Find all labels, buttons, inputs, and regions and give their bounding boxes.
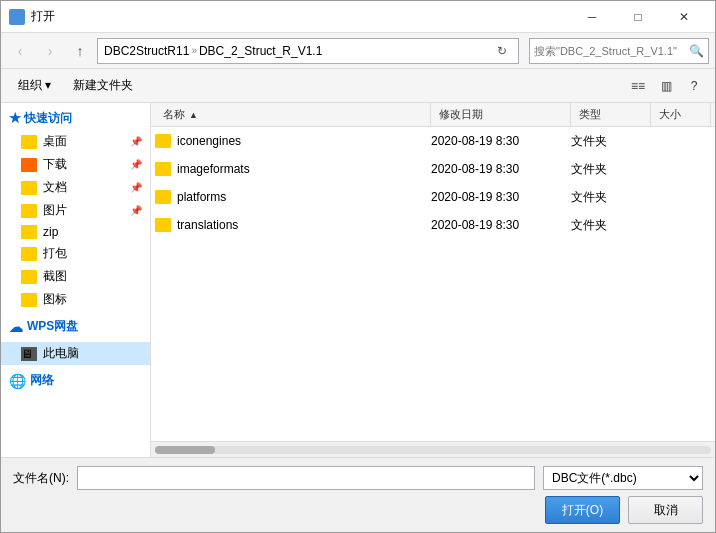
window-icon (9, 9, 25, 25)
folder-icon (21, 225, 37, 239)
network-label: 网络 (30, 372, 54, 389)
footer-filename-row: 文件名(N): DBC文件(*.dbc) (13, 466, 703, 490)
open-button[interactable]: 打开(O) (545, 496, 620, 524)
table-row[interactable]: imageformats 2020-08-19 8:30 文件夹 (151, 155, 715, 183)
folder-icon (155, 190, 171, 204)
sidebar-item-label: 桌面 (43, 133, 67, 150)
quick-access-header[interactable]: ★ 快速访问 (1, 107, 150, 130)
col-header-type[interactable]: 类型 (571, 103, 651, 126)
help-button[interactable]: ? (681, 73, 707, 99)
sidebar-item-pack[interactable]: 打包 (1, 242, 150, 265)
sidebar-item-icon[interactable]: 图标 (1, 288, 150, 311)
wps-section: ☁ WPS网盘 (1, 315, 150, 338)
folder-icon (155, 162, 171, 176)
scrollbar-track (155, 446, 711, 454)
sidebar-item-label: 文档 (43, 179, 67, 196)
back-button[interactable]: ‹ (7, 39, 33, 63)
search-bar: 🔍 (529, 38, 709, 64)
filename-input[interactable] (77, 466, 535, 490)
sidebar-item-computer[interactable]: 🖥 此电脑 (1, 342, 150, 365)
folder-icon (21, 158, 37, 172)
footer-buttons: 打开(O) 取消 (13, 496, 703, 524)
pin-icon: 📌 (130, 205, 142, 216)
file-type-cell: 文件夹 (571, 133, 651, 150)
title-bar: 打开 ─ □ ✕ (1, 1, 715, 33)
wps-header[interactable]: ☁ WPS网盘 (1, 315, 150, 338)
file-area: 名称 ▲ 修改日期 类型 大小 iconengines (151, 103, 715, 457)
wps-label: WPS网盘 (27, 318, 78, 335)
table-row[interactable]: translations 2020-08-19 8:30 文件夹 (151, 211, 715, 239)
organize-button[interactable]: 组织 ▾ (9, 73, 60, 99)
quick-access-section: ★ 快速访问 桌面 📌 下载 📌 文档 📌 (1, 107, 150, 311)
view-buttons: ≡≡ ▥ ? (625, 73, 707, 99)
refresh-button[interactable]: ↻ (492, 41, 512, 61)
toolbar: 组织 ▾ 新建文件夹 ≡≡ ▥ ? (1, 69, 715, 103)
file-name-cell: iconengines (155, 134, 431, 148)
folder-icon (21, 181, 37, 195)
file-date-cell: 2020-08-19 8:30 (431, 134, 571, 148)
cancel-button[interactable]: 取消 (628, 496, 703, 524)
network-header[interactable]: 🌐 网络 (1, 369, 150, 392)
sidebar-item-download[interactable]: 下载 📌 (1, 153, 150, 176)
pane-button[interactable]: ▥ (653, 73, 679, 99)
col-header-date[interactable]: 修改日期 (431, 103, 571, 126)
up-button[interactable]: ↑ (67, 39, 93, 63)
pin-icon: 📌 (130, 136, 142, 147)
sidebar-item-label: zip (43, 225, 58, 239)
folder-icon (21, 135, 37, 149)
scrollbar-thumb[interactable] (155, 446, 215, 454)
computer-label: 此电脑 (43, 345, 79, 362)
footer: 文件名(N): DBC文件(*.dbc) 打开(O) 取消 (1, 457, 715, 532)
file-type-cell: 文件夹 (571, 217, 651, 234)
col-header-size[interactable]: 大小 (651, 103, 711, 126)
pin-icon: 📌 (130, 159, 142, 170)
file-date-cell: 2020-08-19 8:30 (431, 190, 571, 204)
dialog-window: 打开 ─ □ ✕ ‹ › ↑ DBC2StructR11 » DBC_2_Str… (0, 0, 716, 533)
search-input[interactable] (534, 45, 685, 57)
new-folder-button[interactable]: 新建文件夹 (64, 73, 142, 99)
file-type-cell: 文件夹 (571, 189, 651, 206)
title-bar-buttons: ─ □ ✕ (569, 1, 707, 33)
breadcrumb-sep1: » (191, 45, 197, 56)
breadcrumb-root: DBC2StructR11 (104, 44, 189, 58)
view-mode-button[interactable]: ≡≡ (625, 73, 651, 99)
file-date-cell: 2020-08-19 8:30 (431, 218, 571, 232)
cloud-icon: ☁ (9, 319, 23, 335)
sidebar-item-zip[interactable]: zip (1, 222, 150, 242)
breadcrumb-current: DBC_2_Struct_R_V1.1 (199, 44, 322, 58)
window-title: 打开 (31, 8, 569, 25)
computer-icon: 🖥 (21, 347, 37, 361)
minimize-button[interactable]: ─ (569, 1, 615, 33)
sidebar-item-desktop[interactable]: 桌面 📌 (1, 130, 150, 153)
main-area: ★ 快速访问 桌面 📌 下载 📌 文档 📌 (1, 103, 715, 457)
col-header-name[interactable]: 名称 ▲ (155, 103, 431, 126)
search-icon: 🔍 (689, 44, 704, 58)
network-section: 🌐 网络 (1, 369, 150, 392)
folder-icon (155, 134, 171, 148)
file-name-cell: platforms (155, 190, 431, 204)
sidebar-item-docs[interactable]: 文档 📌 (1, 176, 150, 199)
address-bar[interactable]: DBC2StructR11 » DBC_2_Struct_R_V1.1 ↻ (97, 38, 519, 64)
sidebar-item-screenshot[interactable]: 截图 (1, 265, 150, 288)
breadcrumb: DBC2StructR11 » DBC_2_Struct_R_V1.1 (104, 44, 488, 58)
folder-icon (21, 293, 37, 307)
horizontal-scrollbar[interactable] (151, 441, 715, 457)
filetype-select[interactable]: DBC文件(*.dbc) (543, 466, 703, 490)
folder-icon (21, 270, 37, 284)
sidebar-item-label: 截图 (43, 268, 67, 285)
forward-button[interactable]: › (37, 39, 63, 63)
table-row[interactable]: iconengines 2020-08-19 8:30 文件夹 (151, 127, 715, 155)
close-button[interactable]: ✕ (661, 1, 707, 33)
sidebar-item-pictures[interactable]: 图片 📌 (1, 199, 150, 222)
quick-access-label: ★ 快速访问 (9, 110, 72, 127)
nav-bar: ‹ › ↑ DBC2StructR11 » DBC_2_Struct_R_V1.… (1, 33, 715, 69)
table-row[interactable]: platforms 2020-08-19 8:30 文件夹 (151, 183, 715, 211)
maximize-button[interactable]: □ (615, 1, 661, 33)
file-type-cell: 文件夹 (571, 161, 651, 178)
filename-label: 文件名(N): (13, 470, 69, 487)
computer-section: 🖥 此电脑 (1, 342, 150, 365)
pin-icon: 📌 (130, 182, 142, 193)
sidebar-item-label: 图标 (43, 291, 67, 308)
file-list: iconengines 2020-08-19 8:30 文件夹 imagefor… (151, 127, 715, 441)
sidebar-item-label: 图片 (43, 202, 67, 219)
